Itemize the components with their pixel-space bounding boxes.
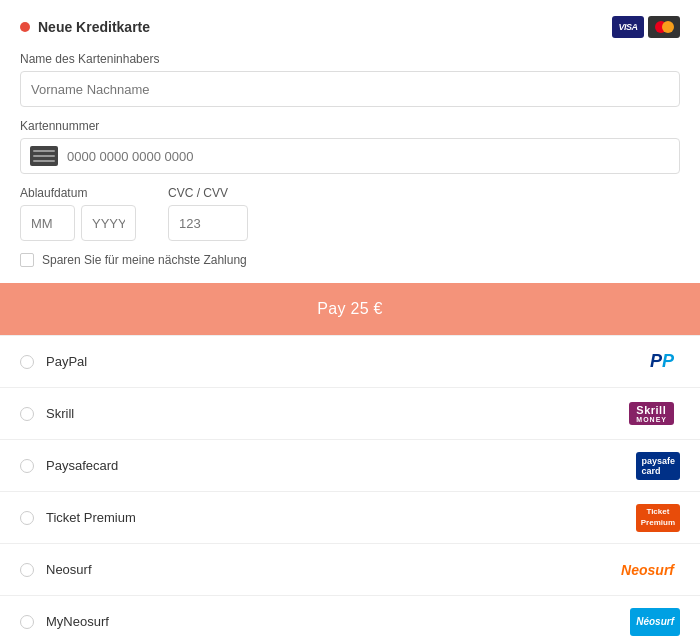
radio-neosurf	[20, 563, 34, 577]
payment-item-myneosurf[interactable]: MyNeosurf Néosurf	[0, 596, 700, 643]
paypal-logo: PP	[644, 348, 680, 376]
card-icon-group: VISA	[612, 16, 680, 38]
cvc-label: CVC / CVV	[168, 186, 248, 200]
radio-paypal	[20, 355, 34, 369]
main-container: Neue Kreditkarte VISA Name des Karteninh…	[0, 0, 700, 643]
save-checkbox[interactable]	[20, 253, 34, 267]
card-number-field-group: Kartennummer	[20, 119, 680, 174]
paysafe-label: Paysafecard	[46, 458, 118, 473]
date-inputs-row	[20, 205, 136, 241]
expiry-group: Ablaufdatum	[20, 186, 136, 241]
pay-button[interactable]: Pay 25 €	[0, 283, 700, 335]
paysafe-logo: paysafecard	[636, 452, 680, 480]
expiry-cvc-row: Ablaufdatum CVC / CVV	[20, 186, 680, 241]
radio-paysafe	[20, 459, 34, 473]
radio-ticket	[20, 511, 34, 525]
ticket-label: Ticket Premium	[46, 510, 136, 525]
credit-card-section: Neue Kreditkarte VISA Name des Karteninh…	[0, 0, 700, 267]
mastercard-icon	[648, 16, 680, 38]
name-input[interactable]	[20, 71, 680, 107]
payment-item-paysafe[interactable]: Paysafecard paysafecard	[0, 440, 700, 492]
cvc-input[interactable]	[168, 205, 248, 241]
visa-icon: VISA	[612, 16, 644, 38]
card-chip-icon	[30, 146, 58, 166]
red-dot	[20, 22, 30, 32]
expiry-year-input[interactable]	[81, 205, 136, 241]
name-field-group: Name des Karteninhabers	[20, 52, 680, 107]
payment-list: PayPal PP Skrill Skrill MONEY Pa	[0, 335, 700, 643]
payment-item-skrill[interactable]: Skrill Skrill MONEY	[0, 388, 700, 440]
mc-circles	[655, 21, 674, 33]
section-title-left: Neue Kreditkarte	[20, 19, 150, 35]
neosurf-logo: Neosurf	[615, 556, 680, 584]
myneosurf-logo: Néosurf	[630, 608, 680, 636]
myneosurf-label: MyNeosurf	[46, 614, 109, 629]
card-number-input[interactable]	[20, 138, 680, 174]
paypal-label: PayPal	[46, 354, 87, 369]
card-number-label: Kartennummer	[20, 119, 680, 133]
skrill-logo: Skrill MONEY	[623, 400, 680, 428]
expiry-label: Ablaufdatum	[20, 186, 136, 200]
payment-item-ticket[interactable]: Ticket Premium TicketPremium	[0, 492, 700, 544]
mc-right-circle	[662, 21, 674, 33]
skrill-label: Skrill	[46, 406, 74, 421]
name-label: Name des Karteninhabers	[20, 52, 680, 66]
save-row: Sparen Sie für meine nächste Zahlung	[20, 253, 680, 267]
cvc-group: CVC / CVV	[168, 186, 248, 241]
section-header: Neue Kreditkarte VISA	[20, 16, 680, 38]
expiry-month-input[interactable]	[20, 205, 75, 241]
payment-item-paypal[interactable]: PayPal PP	[0, 336, 700, 388]
card-number-wrapper	[20, 138, 680, 174]
neosurf-label: Neosurf	[46, 562, 92, 577]
radio-skrill	[20, 407, 34, 421]
payment-item-neosurf[interactable]: Neosurf Neosurf	[0, 544, 700, 596]
radio-myneosurf	[20, 615, 34, 629]
section-title: Neue Kreditkarte	[38, 19, 150, 35]
save-label: Sparen Sie für meine nächste Zahlung	[42, 253, 247, 267]
ticket-logo: TicketPremium	[636, 504, 680, 532]
